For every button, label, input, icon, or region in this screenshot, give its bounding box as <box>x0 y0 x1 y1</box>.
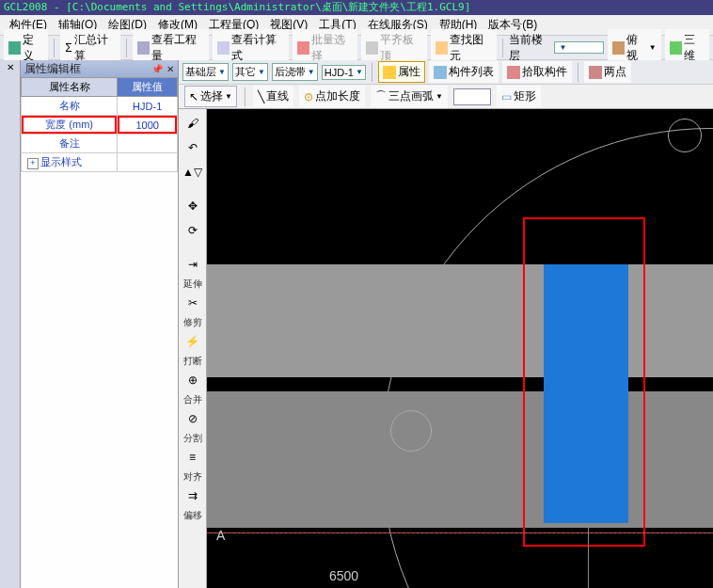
canvas-wrap: 🖌 ↶ ▲▽ ✥ ⟳ ⇥ 延伸 ✂ 修剪 ⚡ 打断 ⊕ 合并 ⊘ 分割 ≡ 对齐… <box>179 109 713 588</box>
addpt-button[interactable]: ⊙ 点加长度 <box>299 86 365 107</box>
rotate-button[interactable]: ⟳ <box>182 220 203 241</box>
extend-button[interactable]: ⇥ <box>182 254 203 275</box>
axis-line <box>588 523 589 588</box>
move-button[interactable]: ✥ <box>182 196 203 216</box>
merge-icon: ⊕ <box>188 373 198 387</box>
sigma-icon: Σ <box>65 41 71 55</box>
line-icon: ╲ <box>258 90 264 103</box>
offset-icon: ⇉ <box>188 489 198 502</box>
chevron-down-icon: ▼ <box>218 68 226 76</box>
property-title: 属性编辑框 <box>24 61 81 77</box>
table-row[interactable]: +显示样式 <box>22 153 178 172</box>
brush-icon: 🖌 <box>187 117 198 130</box>
trim-button[interactable]: ✂ <box>182 293 203 313</box>
chevron-down-icon: ▼ <box>225 92 232 101</box>
selection-highlight <box>523 217 645 547</box>
complist-button[interactable]: 构件列表 <box>429 61 499 83</box>
threeD-icon <box>670 41 682 55</box>
titlebar: GCL2008 - [C:\Documents and Settings\Adm… <box>0 0 713 15</box>
col-name: 属性名称 <box>22 78 118 97</box>
chevron-down-icon: ▼ <box>559 43 566 52</box>
layer-combo[interactable]: 基础层▼ <box>182 63 229 81</box>
chevron-down-icon: ▼ <box>356 68 363 76</box>
twopt-button[interactable]: 两点 <box>584 61 631 83</box>
vertical-toolbar: 🖌 ↶ ▲▽ ✥ ⟳ ⇥ 延伸 ✂ 修剪 ⚡ 打断 ⊕ 合并 ⊘ 分割 ≡ 对齐… <box>179 109 207 588</box>
expand-icon[interactable]: + <box>27 158 39 169</box>
property-button[interactable]: 属性 <box>378 61 425 83</box>
split-icon: ⊘ <box>188 412 198 425</box>
mirror-icon: ▲▽ <box>182 166 202 179</box>
align-icon: ≡ <box>189 451 196 464</box>
name-combo[interactable]: HJD-1▼ <box>322 65 366 80</box>
align-label: 对齐 <box>183 471 202 482</box>
drawing-canvas[interactable]: A 6500 <box>207 109 713 588</box>
rotate-icon: ⟳ <box>188 224 198 237</box>
undo-icon: ↶ <box>188 141 198 154</box>
merge-button[interactable]: ⊕ <box>182 370 203 390</box>
chevron-down-icon: ▼ <box>258 68 265 76</box>
trim-icon: ✂ <box>188 296 198 310</box>
chevron-down-icon: ▼ <box>649 43 657 52</box>
break-button[interactable]: ⚡ <box>182 331 203 352</box>
property-panel: 属性编辑框 📌 ✕ 属性名称 属性值 名称 HJD-1 宽度 (mm) 1000… <box>21 60 179 588</box>
table-row[interactable]: 备注 <box>22 135 178 153</box>
pick-icon <box>507 66 520 79</box>
canvas-area: 基础层▼ 其它▼ 后浇带▼ HJD-1▼ 属性 构件列表 拾取构件 两点 <box>179 60 713 588</box>
move-icon: ✥ <box>188 199 198 213</box>
list-icon <box>434 66 447 79</box>
dropdown[interactable] <box>453 88 491 105</box>
axis-marker <box>390 410 432 452</box>
pick-button[interactable]: 拾取构件 <box>502 61 572 83</box>
left-dock: ✕ <box>0 60 21 588</box>
close-icon[interactable]: ✕ <box>7 62 14 72</box>
table-row[interactable]: 名称 HJD-1 <box>22 97 178 116</box>
point-icon: ⊙ <box>304 90 313 103</box>
separator <box>126 39 127 57</box>
trim-label: 修剪 <box>183 317 202 327</box>
chevron-down-icon: ▼ <box>308 68 315 76</box>
align-button[interactable]: ≡ <box>182 447 203 468</box>
split-button[interactable]: ⊘ <box>182 408 203 429</box>
curfloor-label: 当前楼层 <box>509 32 551 64</box>
batch-icon <box>297 41 309 55</box>
offset-label: 偏移 <box>183 510 202 520</box>
glasses-icon <box>137 41 150 55</box>
main-toolbar: 定义 Σ 汇总计算 查看工程量 查看计算式 批量选择 平齐板顶 查找图元 当前楼… <box>0 36 713 60</box>
arc-icon: ⌒ <box>375 88 387 104</box>
line-button[interactable]: ╲ 直线 <box>253 86 293 107</box>
doc-icon <box>217 41 230 55</box>
split-label: 分割 <box>183 433 202 443</box>
rect-icon: ▭ <box>501 90 512 103</box>
mirror-button[interactable]: ▲▽ <box>182 162 203 183</box>
workspace: ✕ 属性编辑框 📌 ✕ 属性名称 属性值 名称 HJD-1 宽度 (mm) 10… <box>0 60 713 588</box>
offset-button[interactable]: ⇉ <box>182 485 203 506</box>
axis-label-a: A <box>216 528 225 543</box>
table-row[interactable]: 宽度 (mm) 1000 <box>22 116 178 135</box>
draw-toolbar: ↖ 选择 ▼ ╲ 直线 ⊙ 点加长度 ⌒ 三点画弧 ▼ ▭ 矩形 <box>179 85 713 109</box>
flatten-icon <box>366 41 378 55</box>
separator <box>502 39 503 57</box>
select-button[interactable]: ↖ 选择 ▼ <box>184 86 237 107</box>
separator <box>245 87 246 106</box>
type-combo[interactable]: 其它▼ <box>232 63 268 81</box>
close-icon[interactable]: ✕ <box>166 64 174 74</box>
brush-button[interactable]: 🖌 <box>182 113 203 134</box>
subtype-combo[interactable]: 后浇带▼ <box>272 63 318 81</box>
chevron-down-icon: ▼ <box>436 92 443 101</box>
axis-line <box>207 532 713 533</box>
rect-button[interactable]: ▭ 矩形 <box>497 86 541 107</box>
define-icon <box>8 41 21 55</box>
curfloor-combo[interactable]: ▼ <box>554 41 604 54</box>
col-value: 属性值 <box>118 78 178 97</box>
arc-button[interactable]: ⌒ 三点画弧 ▼ <box>371 86 448 107</box>
cube-icon <box>612 41 625 55</box>
pin-icon[interactable]: 📌 <box>151 64 163 74</box>
extend-label: 延伸 <box>183 278 202 289</box>
undo-button[interactable]: ↶ <box>182 137 203 158</box>
property-table: 属性名称 属性值 名称 HJD-1 宽度 (mm) 1000 备注 +显示样式 <box>21 77 178 172</box>
component-toolbar: 基础层▼ 其它▼ 后浇带▼ HJD-1▼ 属性 构件列表 拾取构件 两点 <box>179 60 713 85</box>
cursor-icon: ↖ <box>189 90 198 103</box>
search-icon <box>436 41 448 55</box>
separator <box>578 63 578 82</box>
break-icon: ⚡ <box>185 335 199 348</box>
